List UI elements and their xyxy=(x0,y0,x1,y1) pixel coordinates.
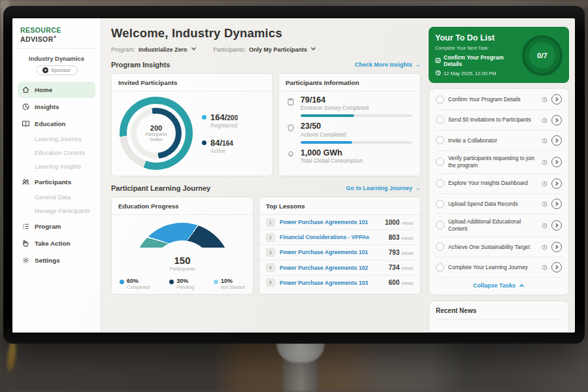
checkbox-circle[interactable] xyxy=(436,179,444,188)
checkbox-circle[interactable] xyxy=(436,242,444,251)
sidebar-item-education-content[interactable]: Education Content xyxy=(18,146,95,159)
todo-item[interactable]: Complete Your Learning Journey xyxy=(436,257,562,278)
donut-legend: 164/200 Registered 84/164 Active xyxy=(202,112,238,154)
next-task-due: 12 May 2025, 12:00 PM xyxy=(444,71,497,76)
lesson-link[interactable]: Power Purchase Agreements 101 xyxy=(280,219,380,225)
participants-information-card: Participants Information 79/164 Emission… xyxy=(278,73,421,176)
legend-registered: 164/200 Registered xyxy=(202,112,238,129)
sidebar-item-learning-insights[interactable]: Learning Insights xyxy=(18,160,95,173)
home-icon xyxy=(22,86,30,94)
checkbox-circle[interactable] xyxy=(436,157,444,166)
todo-item[interactable]: Send 50 Invitations to Participants xyxy=(436,110,562,130)
collapse-tasks-link[interactable]: Collapse Tasks xyxy=(436,278,562,294)
legend-active: 84/164 Active xyxy=(202,138,238,154)
logo-plus: + xyxy=(54,34,57,40)
participants-select[interactable]: Participants: Only My Participants xyxy=(214,46,317,53)
section-title-program-insights: Program Insights xyxy=(111,61,170,69)
go-arrow-button[interactable] xyxy=(551,199,562,209)
sidebar-item-insights[interactable]: Insights xyxy=(18,99,95,115)
sidebar-item-label: Education xyxy=(35,120,65,127)
dashboard-screen: RESOURCE ADVISOR+ Industry Dynamics ● Sp… xyxy=(12,18,575,333)
sidebar-item-home[interactable]: Home xyxy=(18,82,95,98)
chevron-down-icon xyxy=(310,46,316,53)
todo-item[interactable]: Explore Your Insights Dashboard xyxy=(436,174,562,194)
lesson-link[interactable]: Power Purchase Agreements 103 xyxy=(280,280,384,286)
go-arrow-button[interactable] xyxy=(551,178,562,189)
rank-chip: 1 xyxy=(266,218,275,227)
go-arrow-button[interactable] xyxy=(551,220,562,231)
gauge-center-label: Participants xyxy=(169,266,195,272)
sidebar-item-manage-participants[interactable]: Manage Participants xyxy=(18,204,95,218)
card-title: Top Lessons xyxy=(259,197,420,215)
sidebar-item-settings[interactable]: Settings xyxy=(18,252,95,269)
education-progress-card: Education Progress 150 Participants 60% … xyxy=(111,197,253,295)
org-name: Industry Dynamics xyxy=(18,55,95,62)
checkbox-circle[interactable] xyxy=(436,116,444,124)
page-title: Welcome, Industry Dynamics xyxy=(111,26,421,41)
clock-icon xyxy=(542,220,547,231)
go-arrow-button[interactable] xyxy=(551,135,562,146)
sponsor-badge: ● Sponsor xyxy=(36,65,78,75)
program-label: Program: xyxy=(111,46,135,53)
sidebar-item-label: Home xyxy=(35,86,52,93)
actions-progress-bar xyxy=(301,141,412,144)
clipboard-icon xyxy=(287,95,295,111)
donut-center-value: 200 xyxy=(150,124,162,132)
emission-progress-bar xyxy=(301,114,412,117)
gauge-center-value: 150 xyxy=(174,255,190,266)
todo-subtitle: Complete Your Next Task: xyxy=(435,45,522,51)
invited-donut-chart: 200 Participants Invited xyxy=(120,97,193,170)
go-arrow-button[interactable] xyxy=(551,94,562,105)
education-icon xyxy=(22,120,30,128)
sidebar-item-learning-journey[interactable]: Learning Journey xyxy=(18,133,95,146)
checkbox-circle[interactable] xyxy=(436,221,444,229)
checkbox-circle[interactable] xyxy=(436,200,444,208)
invited-participants-card: Invited Participants 200 Participants In… xyxy=(111,73,273,176)
app-logo: RESOURCE ADVISOR+ xyxy=(18,25,95,49)
todo-item[interactable]: Achieve One Sustainability Target xyxy=(436,237,562,257)
go-to-learning-journey-link[interactable]: Go to Learning Journey → xyxy=(346,185,421,191)
rank-chip: 5 xyxy=(266,278,275,287)
program-select[interactable]: Program: Industrialize Zero xyxy=(111,46,197,53)
sidebar-item-label: Manage Participants xyxy=(35,208,90,214)
sidebar-item-participants[interactable]: Participants xyxy=(18,174,95,190)
top-lessons-card: Top Lessons 1 Power Purchase Agreements … xyxy=(259,197,421,295)
checkbox-circle[interactable] xyxy=(436,95,444,104)
progress-fill xyxy=(301,114,354,117)
lesson-link[interactable]: Financial Considerations - VPPAs xyxy=(280,234,384,240)
lesson-row: 5 Power Purchase Agreements 103 600 view… xyxy=(259,276,420,290)
clock-icon xyxy=(542,114,547,126)
main-content: Welcome, Industry Dynamics Program: Indu… xyxy=(101,18,429,333)
lesson-row: 1 Power Purchase Agreements 101 1000 vie… xyxy=(259,215,420,230)
todo-item[interactable]: Verify participants requesting to join t… xyxy=(436,151,562,173)
go-arrow-button[interactable] xyxy=(551,115,562,125)
todo-item[interactable]: Upload Spend Data Records xyxy=(436,194,562,214)
card-title: Participants Information xyxy=(279,74,420,91)
todo-item[interactable]: Invite a Collaborator xyxy=(436,131,562,151)
go-arrow-button[interactable] xyxy=(551,262,562,272)
progress-fill xyxy=(301,141,352,144)
arrow-right-icon: → xyxy=(415,185,421,191)
lesson-link[interactable]: Power Purchase Agreements 102 xyxy=(280,265,384,271)
education-gauge-chart: 150 Participants xyxy=(133,223,231,272)
stat-global-consumption: 1,000 GWh Total Global Consumption xyxy=(287,148,412,164)
sidebar-item-label: Program xyxy=(35,223,61,230)
legend-not-started: 10% Not Started xyxy=(214,278,245,290)
recent-news-title: Recent News xyxy=(436,307,562,319)
program-icon xyxy=(22,222,30,231)
program-value: Industrialize Zero xyxy=(139,46,188,53)
checkbox-circle[interactable] xyxy=(436,136,444,144)
todo-item[interactable]: Confirm Your Program Details xyxy=(436,90,562,110)
checkbox-circle[interactable] xyxy=(436,263,444,272)
todo-item[interactable]: Upload Additional Educational Content xyxy=(436,214,562,237)
card-title: Education Progress xyxy=(112,197,253,215)
go-arrow-button[interactable] xyxy=(551,157,562,167)
sidebar-item-education[interactable]: Education xyxy=(18,116,95,132)
go-arrow-button[interactable] xyxy=(551,242,562,252)
check-more-insights-link[interactable]: Check More Insights → xyxy=(355,61,421,68)
sidebar-item-general-data[interactable]: General Data xyxy=(18,191,95,204)
lesson-link[interactable]: Power Purchase Agreements 101 xyxy=(280,249,384,255)
sidebar-item-program[interactable]: Program xyxy=(18,218,95,235)
sidebar-item-take-action[interactable]: Take Action xyxy=(18,235,95,252)
rank-chip: 2 xyxy=(266,233,275,242)
